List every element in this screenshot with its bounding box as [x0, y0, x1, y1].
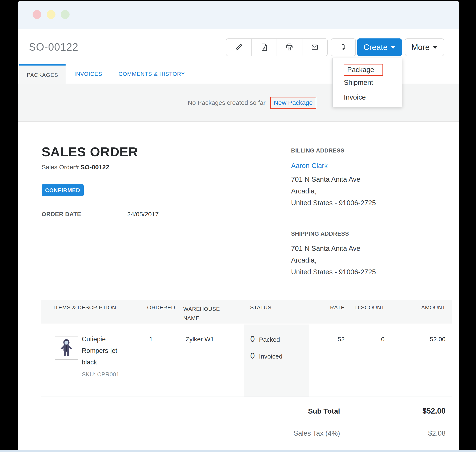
shipping-address-line: Arcadia, [291, 256, 316, 264]
chevron-down-icon [433, 46, 437, 49]
no-packages-text: No Packages created so far [188, 99, 265, 106]
status-badge: CONFIRMED [42, 184, 84, 196]
order-date-label: ORDER DATE [42, 211, 81, 218]
item-name[interactable]: Cutiepie Rompers-jet black [82, 333, 127, 368]
printer-icon [284, 42, 295, 52]
billing-contact-link[interactable]: Aaron Clark [291, 162, 328, 170]
create-button[interactable]: Create [357, 39, 402, 56]
menu-item-package[interactable]: Package [344, 64, 383, 76]
invoiced-status: 0 Invoiced [250, 351, 282, 360]
item-sku: SKU: CPR001 [82, 371, 119, 378]
tab-invoices-label: INVOICES [74, 71, 102, 77]
email-button[interactable] [302, 39, 328, 56]
order-number-value: SO-00122 [80, 164, 109, 171]
cell-discount: 0 [381, 336, 385, 343]
envelope-icon [310, 42, 320, 52]
col-rate: RATE [330, 304, 345, 311]
tab-comments-history[interactable]: COMMENTS & HISTORY [119, 64, 185, 84]
totals-divider [283, 449, 457, 449]
window-titlebar [18, 1, 459, 29]
maximize-window-icon[interactable] [61, 10, 70, 19]
tab-comments-history-label: COMMENTS & HISTORY [119, 71, 185, 77]
create-button-label: Create [363, 43, 388, 52]
more-button[interactable]: More [405, 39, 444, 56]
billing-address-line: Arcadia, [291, 187, 316, 195]
col-discount: DISCOUNT [355, 304, 385, 311]
subtotal-label: Sub Total [308, 407, 340, 415]
more-button-label: More [411, 43, 430, 52]
product-thumbnail [55, 336, 78, 359]
chevron-down-icon [391, 46, 396, 49]
order-date-value: 24/05/2017 [127, 211, 159, 218]
billing-address-line: 701 N Santa Anita Ave [291, 175, 360, 183]
cell-rate: 52 [338, 336, 345, 343]
order-number-label: Sales Order# [42, 164, 79, 171]
menu-item-invoice[interactable]: Invoice [344, 93, 366, 101]
invoiced-label: Invoiced [259, 353, 282, 360]
print-button[interactable] [277, 39, 302, 56]
document-heading: SALES ORDER [42, 144, 138, 159]
col-status: STATUS [250, 304, 272, 311]
pdf-icon [259, 42, 269, 52]
attachments-button[interactable] [331, 39, 356, 56]
col-items-description: ITEMS & DESCRIPTION [53, 304, 116, 311]
romper-product-image [57, 338, 76, 358]
cell-warehouse: Zylker W1 [186, 336, 214, 343]
cell-amount: 52.00 [430, 336, 446, 343]
new-package-link[interactable]: New Package [270, 97, 316, 109]
col-warehouse-name: WAREHOUSE NAME [183, 304, 228, 323]
packed-status: 0 Packed [250, 335, 280, 344]
table-row: Cutiepie Rompers-jet black SKU: CPR001 1… [41, 325, 452, 397]
line-items-table: ITEMS & DESCRIPTION ORDERED WAREHOUSE NA… [41, 300, 452, 397]
order-number-line: Sales Order# SO-00122 [42, 164, 109, 171]
create-dropdown-menu: Package Shipment Invoice [332, 58, 402, 107]
subtotal-value: $52.00 [422, 407, 446, 415]
billing-address-label: BILLING ADDRESS [291, 147, 344, 154]
menu-item-shipment[interactable]: Shipment [344, 79, 373, 86]
pdf-button[interactable] [252, 39, 277, 56]
shipping-address-line: 701 N Santa Anita Ave [291, 245, 360, 253]
col-ordered: ORDERED [147, 304, 175, 311]
sales-tax-label: Sales Tax (4%) [294, 429, 340, 437]
page-title: SO-00122 [29, 41, 78, 53]
shipping-address-line: United States - 91006-2725 [291, 268, 376, 276]
table-header-row: ITEMS & DESCRIPTION ORDERED WAREHOUSE NA… [41, 300, 452, 324]
tab-packages-label: PACKAGES [27, 72, 58, 78]
invoiced-count: 0 [250, 351, 255, 360]
packed-count: 0 [250, 335, 255, 344]
shipping-address-label: SHIPPING ADDRESS [291, 231, 349, 237]
col-amount: AMOUNT [421, 304, 446, 311]
sales-tax-value: $2.08 [428, 429, 446, 437]
tab-invoices[interactable]: INVOICES [74, 64, 102, 84]
minimize-window-icon[interactable] [47, 10, 55, 19]
bottom-edge-strip [0, 450, 476, 452]
packed-label: Packed [259, 336, 280, 343]
document-actions-group [226, 39, 328, 56]
edit-button[interactable] [226, 39, 252, 56]
tab-packages[interactable]: PACKAGES [19, 64, 66, 84]
billing-address-line: United States - 91006-2725 [291, 199, 376, 207]
cell-ordered: 1 [149, 336, 153, 343]
pencil-icon [234, 42, 244, 52]
paperclip-icon [338, 42, 349, 52]
close-window-icon[interactable] [33, 10, 41, 19]
app-window: SO-00122 [18, 1, 459, 452]
